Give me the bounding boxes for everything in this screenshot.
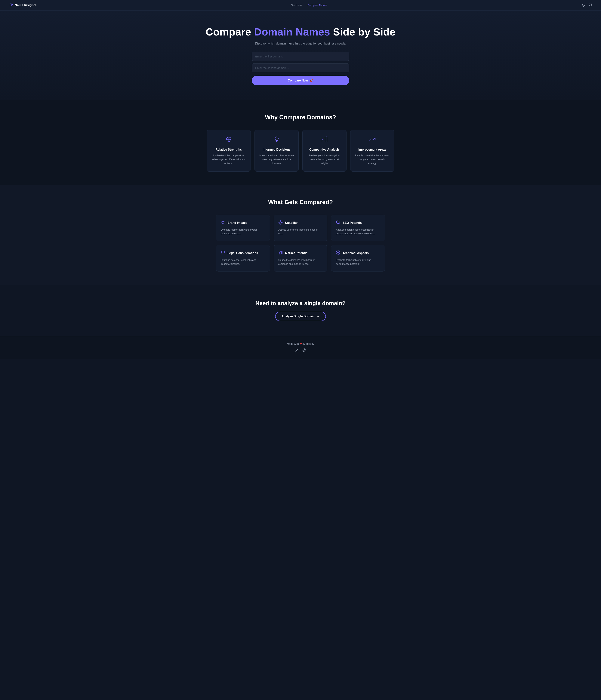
- what-card-technical: Technical Aspects Evaluate technical sui…: [331, 245, 385, 272]
- what-card-usability: Usability Assess user-friendliness and e…: [274, 215, 328, 241]
- why-card-2-desc: Analyze your domain against competitors …: [307, 154, 342, 165]
- svg-line-16: [339, 223, 340, 224]
- compare-now-button[interactable]: Compare Now 🚀: [252, 76, 349, 85]
- compare-btn-icon: 🚀: [309, 79, 313, 82]
- footer-made-with: Made with: [287, 342, 299, 345]
- why-card-1-title: Informed Decisions: [259, 148, 294, 151]
- what-card-0-title: Brand Impact: [227, 221, 247, 225]
- hero-title: Compare Domain Names Side by Side: [9, 26, 592, 38]
- what-card-4-title: Market Potential: [285, 251, 308, 255]
- search-icon: [336, 220, 340, 226]
- what-card-brand-impact: Brand Impact Evaluate memorability and o…: [216, 215, 270, 241]
- nav-links: Get Ideas Compare Names: [291, 4, 328, 7]
- nav-logo: Name Insights: [9, 3, 36, 8]
- why-card-0-desc: Understand the comparative advantages of…: [211, 154, 246, 165]
- why-compare-section: Why Compare Domains? Relative Strengths …: [0, 100, 601, 185]
- footer-made-text: Made with ❤ by Rajeev: [9, 342, 592, 345]
- what-card-0-desc: Evaluate memorability and overall brandi…: [221, 228, 265, 236]
- svg-rect-2: [322, 139, 323, 142]
- what-card-2-desc: Analyze search engine optimization possi…: [336, 228, 380, 236]
- what-compared-section: What Gets Compared? Brand Impact Evaluat…: [0, 185, 601, 285]
- svg-line-13: [279, 223, 279, 224]
- what-card-market-potential: Market Potential Gauge the domain's fit …: [274, 245, 328, 272]
- what-compared-title: What Gets Compared?: [9, 199, 592, 206]
- nav-logo-text: Name Insights: [15, 3, 36, 7]
- scale-icon: [211, 136, 246, 145]
- nav-link-compare-names[interactable]: Compare Names: [308, 4, 328, 7]
- footer-socials: [9, 348, 592, 353]
- why-card-3-title: Improvement Areas: [355, 148, 390, 151]
- what-card-2-title: SEO Potential: [343, 221, 362, 225]
- footer: Made with ❤ by Rajeev: [0, 336, 601, 359]
- svg-marker-5: [221, 221, 225, 224]
- analyze-btn-label: Analyze Single Domain: [281, 315, 315, 318]
- what-card-5-desc: Evaluate technical suitability and perfo…: [336, 258, 380, 266]
- analyze-btn-icon: →: [317, 315, 320, 318]
- footer-heart: ❤: [300, 342, 302, 345]
- cta-section: Need to analyze a single domain? Analyze…: [0, 285, 601, 336]
- dark-mode-toggle[interactable]: [582, 4, 585, 7]
- svg-point-21: [304, 349, 305, 351]
- github-link[interactable]: [589, 4, 592, 7]
- cta-title: Need to analyze a single domain?: [9, 300, 592, 306]
- what-card-1-title: Usability: [285, 221, 298, 225]
- footer-by: by Rajeev: [303, 342, 314, 345]
- why-card-relative-strengths: Relative Strengths Understand the compar…: [207, 130, 251, 171]
- nav-actions: [582, 4, 592, 7]
- nav-link-get-ideas[interactable]: Get Ideas: [291, 4, 302, 7]
- chart-bar-icon: [307, 136, 342, 145]
- what-card-legal: Legal Considerations Examine potential l…: [216, 245, 270, 272]
- what-card-1-desc: Assess user-friendliness and ease of use…: [278, 228, 323, 236]
- why-cards-grid: Relative Strengths Understand the compar…: [207, 130, 394, 171]
- svg-point-20: [337, 252, 339, 253]
- gear-icon: [336, 250, 340, 256]
- what-cards-grid: Brand Impact Evaluate memorability and o…: [216, 215, 385, 272]
- svg-rect-4: [326, 137, 327, 142]
- why-compare-title: Why Compare Domains?: [9, 114, 592, 121]
- why-card-2-title: Competitive Analysis: [307, 148, 342, 151]
- what-card-4-desc: Gauge the domain's fit with target audie…: [278, 258, 323, 266]
- market-chart-icon: [278, 250, 283, 256]
- analyze-single-domain-button[interactable]: Analyze Single Domain →: [275, 312, 326, 321]
- star-icon: [221, 220, 225, 226]
- what-card-seo-potential: SEO Potential Analyze search engine opti…: [331, 215, 385, 241]
- what-card-3-desc: Examine potential legal risks and tradem…: [221, 258, 265, 266]
- sun-icon: [278, 220, 283, 226]
- shield-icon: [221, 250, 225, 256]
- svg-rect-19: [281, 251, 282, 254]
- why-card-informed-decisions: Informed Decisions Make data-driven choi…: [254, 130, 299, 171]
- svg-rect-3: [324, 138, 325, 142]
- why-card-improvement-areas: Improvement Areas Identify potential enh…: [350, 130, 394, 171]
- compare-btn-label: Compare Now: [288, 79, 308, 82]
- footer-twitter-link[interactable]: [295, 348, 299, 353]
- what-card-3-title: Legal Considerations: [227, 251, 258, 255]
- svg-rect-18: [280, 252, 281, 254]
- svg-point-6: [280, 221, 281, 223]
- footer-email-link[interactable]: [302, 348, 306, 353]
- svg-rect-17: [279, 253, 280, 254]
- hero-title-suffix: Side by Side: [330, 26, 396, 38]
- hero-form: Compare Now 🚀: [252, 52, 349, 85]
- why-card-3-desc: Identify potential enhancements for your…: [355, 154, 390, 165]
- why-card-1-desc: Make data-driven choices when selecting …: [259, 154, 294, 165]
- navbar: Name Insights Get Ideas Compare Names: [0, 0, 601, 10]
- why-card-0-title: Relative Strengths: [211, 148, 246, 151]
- hero-title-accent: Domain Names: [254, 26, 330, 38]
- trend-up-icon: [355, 136, 390, 145]
- nav-logo-icon: [9, 3, 13, 8]
- what-card-5-title: Technical Aspects: [343, 251, 369, 255]
- why-card-competitive-analysis: Competitive Analysis Analyze your domain…: [302, 130, 347, 171]
- domain-input-2[interactable]: [252, 64, 349, 72]
- hero-subtitle: Discover which domain name has the edge …: [9, 42, 592, 45]
- domain-input-1[interactable]: [252, 52, 349, 61]
- bulb-icon: [259, 136, 294, 145]
- hero-section: Compare Domain Names Side by Side Discov…: [0, 10, 601, 100]
- hero-title-prefix: Compare: [205, 26, 254, 38]
